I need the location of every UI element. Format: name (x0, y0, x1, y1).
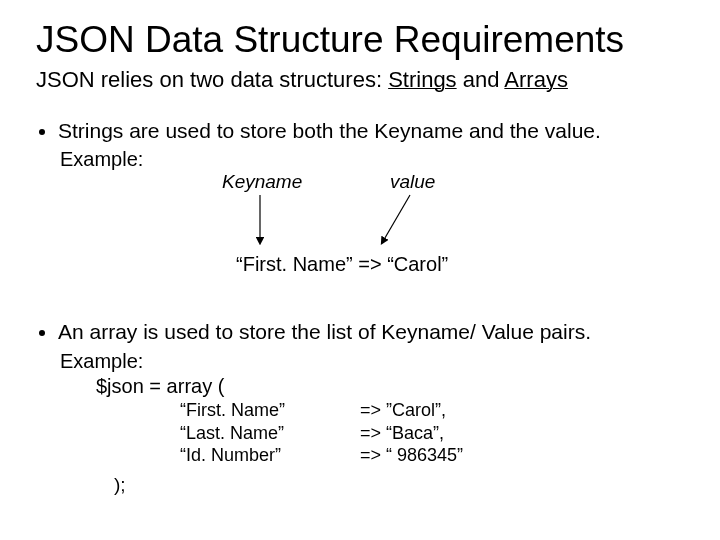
array-pairs: “First. Name” => ”Carol”, “Last. Name” =… (180, 399, 684, 467)
pair-val-0: => ”Carol”, (360, 399, 510, 422)
svg-line-2 (382, 195, 410, 243)
keyname-value-example: “First. Name” => “Carol” (236, 253, 448, 276)
array-close-line: ); (114, 467, 684, 497)
subtitle-arrays: Arrays (504, 67, 568, 92)
value-label: value (390, 171, 435, 193)
array-example: Example: $json = array ( “First. Name” =… (60, 349, 684, 496)
subtitle-and: and (457, 67, 505, 92)
keyname-label: Keyname (222, 171, 302, 193)
pair-key-0: “First. Name” (180, 399, 330, 422)
bullet-strings: Strings are used to store both the Keyna… (58, 118, 684, 144)
pair-val-1: => “Baca”, (360, 422, 510, 445)
example-label-2: Example: (60, 349, 684, 374)
slide-title: JSON Data Structure Requirements (36, 20, 684, 61)
keyname-value-diagram: Keyname value “First. Name” => “Carol” (60, 171, 684, 291)
subtitle-prefix: JSON relies on two data structures: (36, 67, 388, 92)
pair-key-2: “Id. Number” (180, 444, 330, 467)
pair-key-1: “Last. Name” (180, 422, 330, 445)
pair-val-2: => “ 986345” (360, 444, 510, 467)
subtitle-strings: Strings (388, 67, 456, 92)
example-label-1: Example: (60, 148, 684, 171)
slide-subtitle: JSON relies on two data structures: Stri… (36, 67, 684, 92)
bullet-array: An array is used to store the list of Ke… (58, 319, 684, 345)
array-open-line: $json = array ( (96, 374, 684, 399)
